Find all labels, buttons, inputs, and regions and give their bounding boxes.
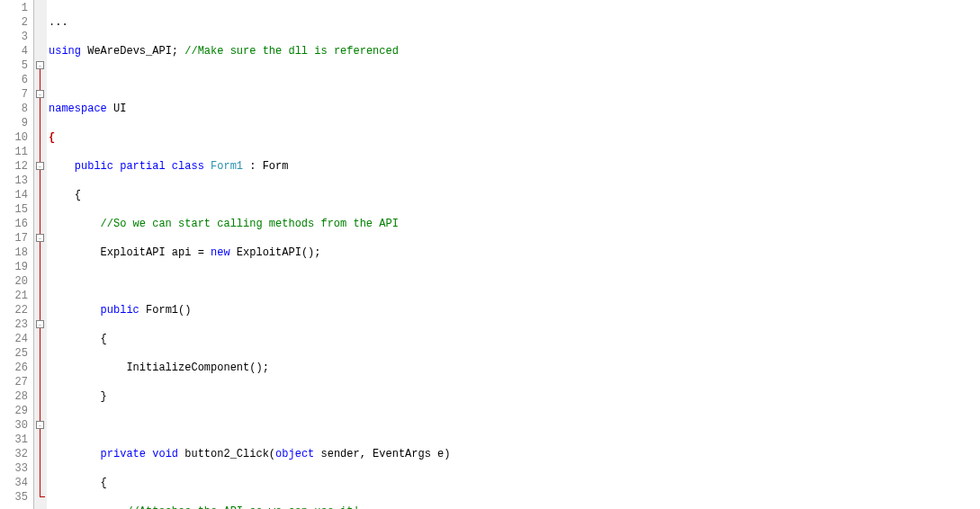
code-line: //So we can start calling methods from t… [49,217,980,231]
line-number: 2 [0,15,28,30]
line-number: 27 [0,375,28,389]
line-number: 7 [0,87,28,102]
line-number: 22 [0,303,28,317]
line-number: 33 [0,461,28,476]
line-number: 6 [0,73,28,87]
code-line: } [49,389,980,404]
line-number: 12 [0,159,28,174]
code-line [49,418,980,433]
line-number: 3 [0,30,28,44]
line-number: 20 [0,274,28,289]
code-line [49,274,980,289]
line-number: 21 [0,289,28,303]
line-number: 32 [0,447,28,461]
fold-gutter: - - - - - - [34,0,47,509]
line-number: 10 [0,130,28,145]
code-line: public Form1() [49,303,980,317]
line-number: 29 [0,404,28,418]
code-line: private void button2_Click(object sender… [49,447,980,461]
line-number: 13 [0,174,28,188]
line-number: 23 [0,317,28,332]
code-line: namespace UI [49,102,980,116]
code-line: { [49,130,980,145]
line-number: 35 [0,490,28,505]
fold-toggle-line-30[interactable]: - [36,421,44,429]
line-number: 31 [0,433,28,447]
line-number: 17 [0,231,28,246]
line-number: 14 [0,188,28,202]
line-number: 8 [0,102,28,116]
line-number: 9 [0,116,28,130]
line-number: 16 [0,217,28,231]
line-number: 26 [0,361,28,375]
line-number: 18 [0,246,28,260]
fold-toggle-line-5[interactable]: - [36,61,44,69]
fold-line [40,61,40,496]
code-line: InitializeComponent(); [49,361,980,375]
code-line: { [49,188,980,202]
code-line: public partial class Form1 : Form [49,159,980,174]
code-line: { [49,332,980,346]
line-number: 34 [0,476,28,490]
fold-end [40,496,45,497]
code-line: //Attaches the API so we can use it! [49,505,980,509]
line-number: 1 [0,1,28,15]
fold-toggle-line-23[interactable]: - [36,320,44,328]
code-editor[interactable]: ... using WeAreDevs_API; //Make sure the… [47,0,980,509]
line-number: 28 [0,389,28,404]
line-number: 5 [0,58,28,73]
code-line: ... [49,15,980,30]
line-number: 25 [0,346,28,361]
code-line: ExploitAPI api = new ExploitAPI(); [49,246,980,260]
code-line: using WeAreDevs_API; //Make sure the dll… [49,44,980,58]
fold-toggle-line-17[interactable]: - [36,234,44,242]
code-line: { [49,476,980,490]
line-number: 24 [0,332,28,346]
fold-toggle-line-12[interactable]: - [36,162,44,170]
line-number: 30 [0,418,28,433]
line-number: 19 [0,260,28,274]
line-number: 4 [0,44,28,58]
fold-toggle-line-7[interactable]: - [36,90,44,98]
code-line [49,73,980,87]
line-number: 11 [0,145,28,159]
line-number: 15 [0,202,28,217]
line-number-gutter: 1234567891011121314151617181920212223242… [0,0,34,509]
